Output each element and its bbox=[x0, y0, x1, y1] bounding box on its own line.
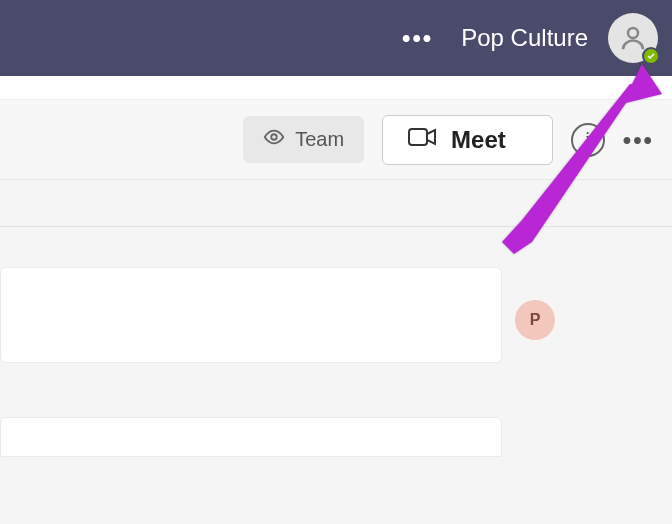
header-title: Pop Culture bbox=[461, 24, 588, 52]
toolbar-more-button[interactable]: ••• bbox=[623, 126, 654, 154]
message-card[interactable]: P bbox=[0, 267, 502, 363]
team-button[interactable]: Team bbox=[243, 116, 364, 163]
meet-button-label: Meet bbox=[451, 126, 506, 154]
svg-rect-2 bbox=[409, 129, 427, 145]
header-more-button[interactable]: ••• bbox=[394, 18, 441, 58]
meet-button[interactable]: Meet bbox=[382, 115, 553, 165]
svg-point-0 bbox=[628, 28, 638, 38]
message-card[interactable] bbox=[0, 417, 502, 457]
info-icon: i bbox=[585, 129, 590, 150]
eye-icon bbox=[263, 126, 285, 153]
spacer bbox=[0, 76, 672, 100]
app-header: ••• Pop Culture bbox=[0, 0, 672, 76]
divider bbox=[0, 226, 672, 227]
presence-badge-available bbox=[642, 47, 660, 65]
team-button-label: Team bbox=[295, 128, 344, 151]
info-button[interactable]: i bbox=[571, 123, 605, 157]
channel-toolbar: Team Meet i ••• bbox=[0, 100, 672, 180]
participant-initial: P bbox=[530, 311, 541, 329]
participant-avatar[interactable]: P bbox=[515, 300, 555, 340]
svg-point-1 bbox=[271, 134, 277, 140]
video-icon bbox=[407, 126, 437, 154]
messages-area: P bbox=[0, 180, 672, 457]
profile-avatar-button[interactable] bbox=[608, 13, 658, 63]
